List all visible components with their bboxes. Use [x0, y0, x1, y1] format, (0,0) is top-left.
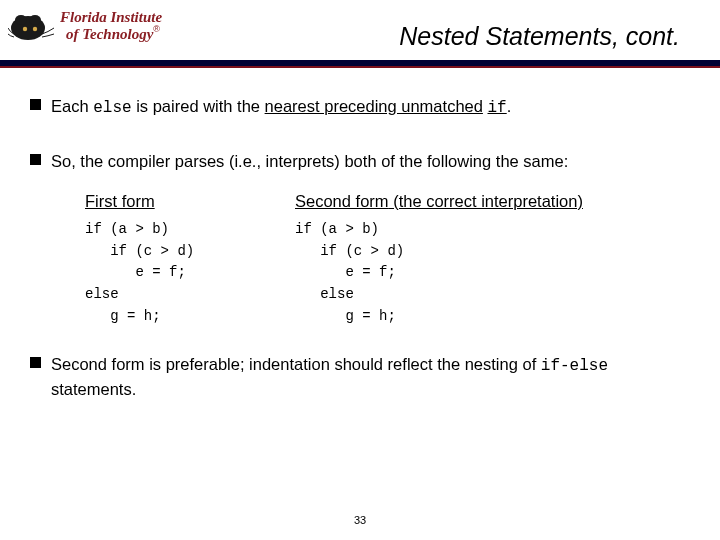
second-form-label: Second form (the correct interpretation): [295, 192, 583, 211]
svg-point-1: [15, 15, 27, 25]
text: (the correct interpretation): [389, 192, 583, 210]
code-line: g = h;: [295, 308, 396, 324]
logo-line2: of Technology: [66, 26, 153, 42]
code-inline: if-else: [541, 357, 608, 375]
text: Each: [51, 97, 93, 115]
code-line: if (a > b): [295, 221, 379, 237]
bullet-3: Second form is preferable; indentation s…: [30, 353, 690, 400]
code-line: if (c > d): [85, 243, 194, 259]
svg-point-2: [29, 15, 41, 25]
slide-content: Each else is paired with the nearest pre…: [30, 95, 690, 430]
registered-icon: ®: [153, 24, 160, 34]
text-underline: nearest preceding unmatched: [265, 97, 483, 115]
first-form-label: First form: [85, 192, 295, 211]
slide: Florida Institute of Technology® Nested …: [0, 0, 720, 540]
code-inline: if: [488, 99, 507, 117]
code-line: else: [85, 286, 119, 302]
code-line: e = f;: [295, 264, 396, 280]
institution-logo: Florida Institute of Technology®: [8, 6, 162, 46]
second-form-code: if (a > b) if (c > d) e = f; else g = h;: [295, 219, 583, 327]
logo-line1: Florida Institute: [60, 10, 162, 25]
first-form: First form if (a > b) if (c > d) e = f; …: [85, 192, 295, 327]
text: is paired with the: [132, 97, 265, 115]
code-line: if (a > b): [85, 221, 169, 237]
text: statements.: [51, 380, 136, 398]
svg-point-4: [33, 27, 37, 31]
code-line: e = f;: [85, 264, 186, 280]
second-form: Second form (the correct interpretation)…: [295, 192, 583, 327]
slide-title: Nested Statements, cont.: [399, 22, 680, 51]
bullet-3-text: Second form is preferable; indentation s…: [51, 353, 690, 400]
code-forms: First form if (a > b) if (c > d) e = f; …: [85, 192, 690, 327]
text-underline: Second form: [295, 192, 389, 210]
bullet-icon: [30, 99, 41, 110]
text: Second form is preferable; indentation s…: [51, 355, 541, 373]
code-line: else: [295, 286, 354, 302]
code-line: g = h;: [85, 308, 161, 324]
code-inline: else: [93, 99, 131, 117]
bullet-1: Each else is paired with the nearest pre…: [30, 95, 690, 120]
page-number: 33: [0, 514, 720, 526]
first-form-code: if (a > b) if (c > d) e = f; else g = h;: [85, 219, 295, 327]
slide-header: Florida Institute of Technology® Nested …: [0, 0, 720, 62]
bullet-1-text: Each else is paired with the nearest pre…: [51, 95, 690, 120]
bullet-2: So, the compiler parses (i.e., interpret…: [30, 150, 690, 172]
panther-icon: [8, 6, 56, 46]
divider-accent: [0, 66, 720, 68]
code-line: if (c > d): [295, 243, 404, 259]
bullet-icon: [30, 154, 41, 165]
svg-point-3: [23, 27, 27, 31]
logo-line2-wrap: of Technology®: [60, 25, 162, 41]
bullet-2-text: So, the compiler parses (i.e., interpret…: [51, 150, 690, 172]
logo-text: Florida Institute of Technology®: [60, 10, 162, 41]
text: .: [507, 97, 512, 115]
bullet-icon: [30, 357, 41, 368]
